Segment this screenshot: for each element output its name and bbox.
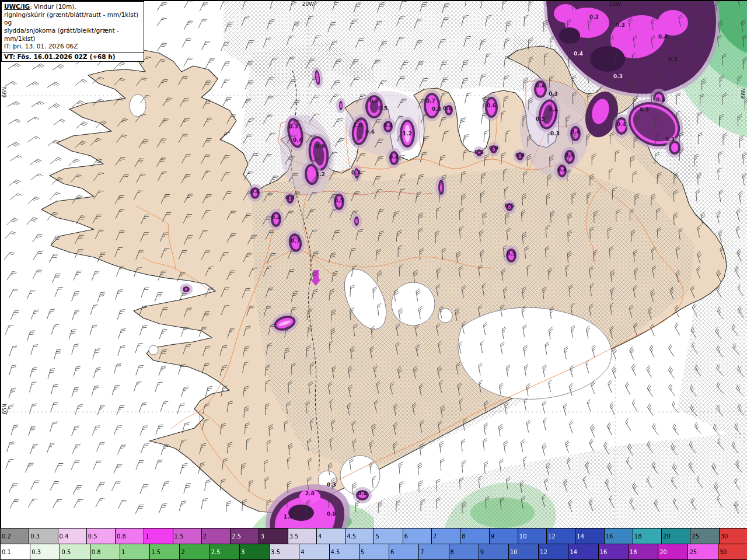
legend-cell: 8 xyxy=(449,544,479,559)
legend-cell: 2.5 xyxy=(210,544,239,559)
graticule-label-latitude: 66N xyxy=(2,87,8,97)
title-line-2: rigning/skúrir (grænt/blátt/rautt - mm/1… xyxy=(4,11,141,27)
legend-cell: 0.4 xyxy=(58,528,86,544)
legend-cell: 7 xyxy=(418,544,448,559)
legend-cell: 0.5 xyxy=(86,528,115,544)
legend-cell: 4.5 xyxy=(345,528,374,544)
legend-cell: 14 xyxy=(568,544,598,559)
legend-cell: 1.5 xyxy=(173,528,201,544)
legend-cell: 10 xyxy=(518,528,546,544)
graticule-label-latitude: 66N xyxy=(741,88,746,99)
legend-cell: 20 xyxy=(661,528,690,544)
legend-cell: 30 xyxy=(718,544,747,559)
legend-cell: 16 xyxy=(604,528,633,544)
map-canvas xyxy=(1,1,747,529)
legend-cell: 8 xyxy=(460,528,488,544)
graticule-label-longitude: 20W xyxy=(302,1,314,7)
legend-cell: 1 xyxy=(144,528,172,544)
legend-cell: 7 xyxy=(431,528,460,544)
legend-cell: 6 xyxy=(403,528,431,544)
legend-cell: 10 xyxy=(508,544,538,559)
title-line-3: slydda/snjókoma (grátt/bleikt/grænt - mm… xyxy=(4,27,141,43)
legend-cell: 2.5 xyxy=(230,528,259,544)
legend-cell: 3.5 xyxy=(288,528,316,544)
legend-cell: 9 xyxy=(479,544,508,559)
iceland-forecast-map xyxy=(1,1,747,529)
title-main: UWC/IG: Vindur (10m), rigning/skúrir (gr… xyxy=(2,2,144,52)
legend: 0.20.30.40.50.811.522.533.544.5567891012… xyxy=(1,528,747,559)
legend-cell: 16 xyxy=(598,544,628,559)
legend-cell: 3 xyxy=(239,544,269,559)
title-line-1: UWC/IG: Vindur (10m), xyxy=(4,3,141,11)
legend-cell: 25 xyxy=(690,528,718,544)
legend-cell: 0.1 xyxy=(1,544,30,559)
legend-cell: 30 xyxy=(719,528,747,544)
legend-cell: 0.3 xyxy=(29,528,57,544)
init-time-line: IT: þri. 13. 01. 2026 06Z xyxy=(4,43,141,51)
legend-cell: 5 xyxy=(359,544,389,559)
legend-cell: 9 xyxy=(489,528,518,544)
legend-cell: 5 xyxy=(374,528,402,544)
legend-cell: 2 xyxy=(201,528,230,544)
legend-cell: 12 xyxy=(546,528,575,544)
legend-cell: 0.5 xyxy=(60,544,89,559)
legend-cell: 18 xyxy=(628,544,658,559)
legend-cell: 4 xyxy=(316,528,345,544)
legend-cell: 18 xyxy=(633,528,661,544)
legend-cell: 4.5 xyxy=(329,544,359,559)
legend-cell: 0.8 xyxy=(115,528,144,544)
valid-time-line: VT: Fös. 16.01.2026 02Z (+68 h) xyxy=(2,52,144,62)
legend-cell: 0.8 xyxy=(90,544,120,559)
legend-cell: 2 xyxy=(179,544,209,559)
legend-cell: 3.5 xyxy=(269,544,299,559)
legend-cell: 4 xyxy=(299,544,329,559)
legend-snow-scale: 0.10.30.50.811.522.533.544.5567891012141… xyxy=(1,544,747,559)
graticule-label-longitude: 15W xyxy=(609,1,621,7)
legend-cell: 1.5 xyxy=(149,544,179,559)
graticule-label-latitude: 65N xyxy=(2,404,8,414)
legend-cell: 20 xyxy=(658,544,687,559)
title-line-1-rest: : Vindur (10m), xyxy=(30,3,76,10)
legend-cell: 14 xyxy=(575,528,603,544)
legend-cell: 1 xyxy=(120,544,149,559)
legend-cell: 0.3 xyxy=(30,544,60,559)
weather-map-page: UWC/IG: Vindur (10m), rigning/skúrir (gr… xyxy=(0,0,747,560)
model-name: UWC/IG xyxy=(4,3,30,10)
legend-cell: 3 xyxy=(259,528,287,544)
legend-rain-scale: 0.20.30.40.50.811.522.533.544.5567891012… xyxy=(1,528,747,544)
legend-cell: 6 xyxy=(389,544,418,559)
legend-cell: 0.2 xyxy=(1,528,29,544)
legend-cell: 12 xyxy=(538,544,568,559)
legend-cell: 25 xyxy=(687,544,717,559)
title-box: UWC/IG: Vindur (10m), rigning/skúrir (gr… xyxy=(1,1,144,62)
